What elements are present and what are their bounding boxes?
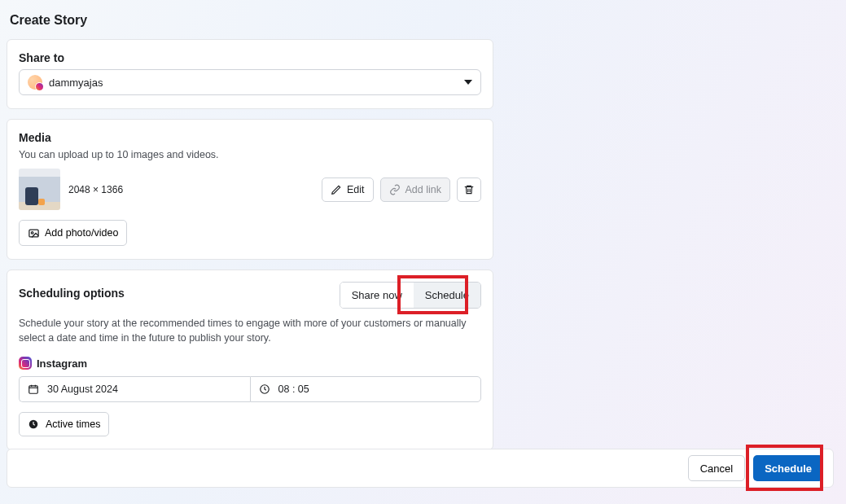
media-section-title: Media xyxy=(19,131,481,144)
media-card: Media You can upload up to 10 images and… xyxy=(7,119,493,260)
add-photo-button[interactable]: Add photo/video xyxy=(19,220,127,246)
schedule-tab[interactable]: Schedule xyxy=(414,283,480,308)
platform-label: Instagram xyxy=(37,357,87,370)
date-field[interactable]: 30 August 2024 xyxy=(19,376,250,402)
footer-bar: Cancel Schedule xyxy=(7,449,834,488)
scheduling-section-title: Scheduling options xyxy=(19,287,125,300)
platform-row: Instagram xyxy=(19,357,481,370)
date-value: 30 August 2024 xyxy=(47,383,118,395)
cancel-button[interactable]: Cancel xyxy=(688,455,745,481)
calendar-icon xyxy=(28,383,39,395)
schedule-mode-toggle: Share now Schedule xyxy=(340,282,481,309)
page-title: Create Story xyxy=(10,13,839,28)
svg-point-1 xyxy=(31,231,33,234)
scheduling-description: Schedule your story at the recommended t… xyxy=(19,317,481,345)
add-photo-label: Add photo/video xyxy=(45,227,118,239)
time-value: 08 : 05 xyxy=(278,383,309,395)
add-link-label: Add link xyxy=(405,184,441,195)
share-section-title: Share to xyxy=(19,51,481,64)
trash-icon xyxy=(463,184,475,195)
active-times-label: Active times xyxy=(46,419,100,430)
scheduling-card: Scheduling options Share now Schedule Sc… xyxy=(7,270,493,450)
image-plus-icon xyxy=(28,227,40,239)
svg-rect-2 xyxy=(29,386,38,393)
share-now-tab[interactable]: Share now xyxy=(340,283,414,308)
clock-filled-icon xyxy=(28,419,39,430)
add-link-button: Add link xyxy=(380,177,450,202)
schedule-button[interactable]: Schedule xyxy=(753,455,823,481)
edit-button[interactable]: Edit xyxy=(322,177,374,202)
instagram-avatar-icon xyxy=(28,75,42,90)
share-account-select[interactable]: dammyajas xyxy=(19,69,481,95)
instagram-icon xyxy=(19,357,32,370)
time-field[interactable]: 08 : 05 xyxy=(250,376,482,402)
delete-button[interactable] xyxy=(457,177,481,202)
share-card: Share to dammyajas xyxy=(7,39,493,109)
clock-icon xyxy=(259,383,270,395)
link-icon xyxy=(389,184,401,195)
share-account-name: dammyajas xyxy=(49,77,103,89)
media-thumbnail[interactable] xyxy=(19,169,60,210)
active-times-button[interactable]: Active times xyxy=(19,412,109,436)
media-hint: You can upload up to 10 images and video… xyxy=(19,149,481,160)
pencil-icon xyxy=(331,184,342,195)
chevron-down-icon xyxy=(464,80,472,85)
media-dimensions: 2048 × 1366 xyxy=(68,184,123,195)
edit-label: Edit xyxy=(347,184,365,195)
